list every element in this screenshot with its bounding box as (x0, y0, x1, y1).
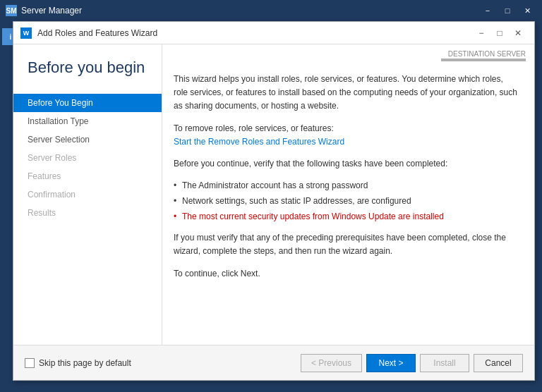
cancel-button[interactable]: Cancel (474, 354, 523, 372)
continue-note: To continue, click Next. (174, 267, 517, 281)
sidebar-item-server-roles: Server Roles (13, 149, 162, 167)
wizard-body: Before you begin Before You BeginInstall… (13, 44, 534, 345)
skip-checkbox[interactable] (25, 358, 35, 368)
server-manager-icon: SM (6, 5, 17, 16)
server-manager-titlebar: SM Server Manager − □ ✕ (0, 0, 542, 21)
install-button[interactable]: Install (420, 354, 469, 372)
wizard-dialog: W Add Roles and Features Wizard − □ ✕ Be… (13, 21, 535, 381)
sidebar-item-results: Results (13, 204, 162, 222)
previous-button[interactable]: < Previous (301, 354, 362, 372)
page-title: Before you begin (28, 59, 147, 77)
wizard-titlebar: W Add Roles and Features Wizard − □ ✕ (13, 22, 534, 44)
sidebar-item-installation-type[interactable]: Installation Type (13, 112, 162, 130)
footer-buttons: < Previous Next > Install Cancel (301, 354, 523, 372)
sidebar-item-server-selection[interactable]: Server Selection (13, 130, 162, 149)
destination-server-label: DESTINATION SERVER (448, 50, 526, 58)
remove-link[interactable]: Start the Remove Roles and Features Wiza… (174, 137, 344, 147)
bullet-list: The Administrator account has a strong p… (174, 179, 517, 223)
skip-checkbox-label[interactable]: Skip this page by default (39, 358, 131, 368)
bullet-item: Network settings, such as static IP addr… (174, 195, 517, 207)
remove-prefix: To remove roles, role services, or featu… (174, 122, 517, 149)
wizard-minimize-button[interactable]: − (472, 24, 490, 42)
server-manager-title: Server Manager (21, 6, 478, 16)
sidebar-item-confirmation: Confirmation (13, 185, 162, 204)
wizard-win-controls: − □ ✕ (472, 24, 527, 42)
wizard-footer: Skip this page by default < Previous Nex… (13, 345, 534, 380)
wizard-right-panel: DESTINATION SERVER This wizard helps you… (162, 44, 534, 345)
intro-text: This wizard helps you install roles, rol… (174, 73, 517, 114)
sidebar-item-features: Features (13, 167, 162, 185)
checkbox-area: Skip this page by default (25, 358, 295, 368)
outer-close-button[interactable]: ✕ (518, 4, 536, 18)
outer-maximize-button[interactable]: □ (498, 4, 517, 18)
close-note: If you must verify that any of the prece… (174, 231, 517, 258)
wizard-nav: Before You BeginInstallation TypeServer … (13, 88, 162, 345)
outer-minimize-button[interactable]: − (478, 4, 497, 18)
wizard-title-text: Add Roles and Features Wizard (37, 28, 472, 38)
wizard-left-panel: Before you begin Before You BeginInstall… (13, 44, 162, 345)
wizard-close-button[interactable]: ✕ (509, 24, 527, 42)
outer-win-controls: − □ ✕ (478, 4, 536, 18)
bullet-item: The most current security updates from W… (174, 210, 517, 223)
bullet-item: The Administrator account has a strong p… (174, 179, 517, 192)
page-title-area: Before you begin (13, 44, 162, 88)
verify-text: Before you continue, verify that the fol… (174, 157, 517, 171)
next-button[interactable]: Next > (366, 354, 416, 372)
wizard-icon: W (20, 27, 32, 39)
wizard-maximize-button[interactable]: □ (490, 24, 509, 42)
destination-server-bar (441, 59, 526, 61)
outer-window: SM Server Manager − □ ✕ i W Add Roles an… (0, 0, 542, 392)
content-area: This wizard helps you install roles, rol… (174, 73, 517, 281)
remove-text: To remove roles, role services, or featu… (174, 123, 334, 133)
sidebar-item-before-you-begin[interactable]: Before You Begin (13, 94, 162, 112)
